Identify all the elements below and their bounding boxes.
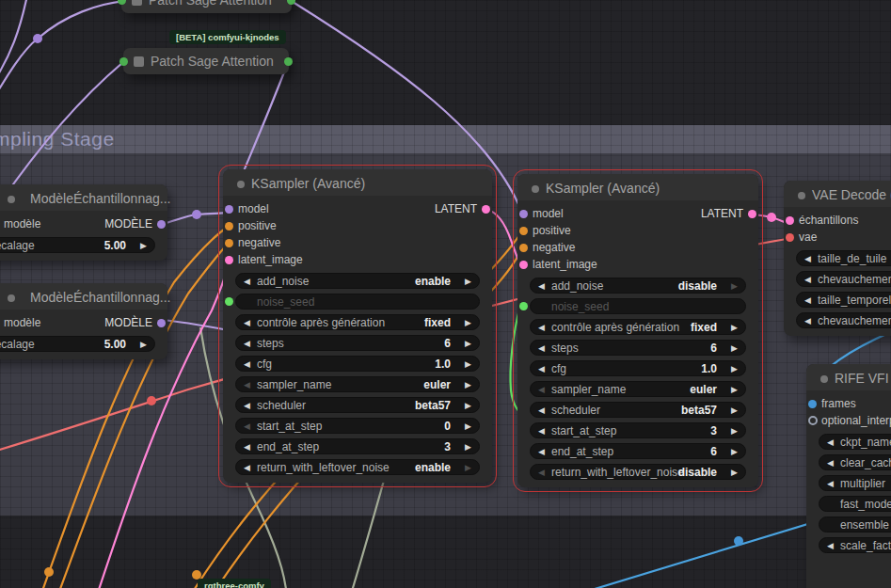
increment-arrow-icon[interactable]: ▶ <box>465 277 471 286</box>
node-titlebar[interactable]: VAE Decode (Tile <box>784 181 891 207</box>
decrement-arrow-icon[interactable]: ◀ <box>244 380 250 389</box>
increment-arrow-icon[interactable]: ▶ <box>140 241 147 250</box>
collapse-box-icon[interactable] <box>134 56 144 67</box>
reroute-dot[interactable] <box>192 210 201 219</box>
increment-arrow-icon[interactable]: ▶ <box>731 426 738 436</box>
widget-taille_de_tuile[interactable]: ◀taille_de_tuile▶ <box>796 250 891 266</box>
node-graph-canvas[interactable]: mpling Stage Patch Sage AttentionPatch S… <box>0 0 891 588</box>
node-collapse-dot-icon[interactable] <box>237 181 245 188</box>
increment-arrow-icon[interactable]: ▶ <box>465 421 471 431</box>
reroute-dot[interactable] <box>767 213 776 222</box>
node-collapse-dot-icon[interactable] <box>820 375 828 383</box>
increment-arrow-icon[interactable]: ▶ <box>465 339 471 348</box>
node-titlebar[interactable]: RIFE VFI (re <box>806 364 891 390</box>
decrement-arrow-icon[interactable]: ◀ <box>538 323 545 332</box>
widget-scale_factor[interactable]: ◀scale_factor▶ <box>819 537 891 553</box>
decrement-arrow-icon[interactable]: ◀ <box>244 339 250 348</box>
increment-arrow-icon[interactable]: ▶ <box>731 385 738 394</box>
widget-steps[interactable]: ◀steps6▶ <box>530 340 746 356</box>
decrement-arrow-icon[interactable]: ◀ <box>244 401 250 410</box>
decrement-arrow-icon[interactable]: ◀ <box>804 316 811 326</box>
decrement-arrow-icon[interactable]: ◀ <box>244 277 250 286</box>
decrement-arrow-icon[interactable]: ◀ <box>538 447 545 456</box>
node-titlebar[interactable]: ModèleÉchantillonnag... <box>0 283 167 310</box>
collapsed-output-port[interactable] <box>119 57 128 66</box>
rife-vfi[interactable]: RIFE VFI (reframesoptional_interp◀ckpt_n… <box>806 364 891 588</box>
model-sampling-1[interactable]: ModèleÉchantillonnag...modèleMODÈLE◀déca… <box>0 184 167 261</box>
noise_seed-input-port[interactable] <box>519 302 528 310</box>
decrement-arrow-icon[interactable]: ◀ <box>538 364 545 373</box>
reroute-dot[interactable] <box>147 396 156 405</box>
widget-ensemble[interactable]: ensemble <box>819 516 891 532</box>
widget-décalage[interactable]: ◀décalage5.00▶ <box>0 336 155 352</box>
widget-sampler_name[interactable]: ◀sampler_nameeuler▶ <box>530 381 746 397</box>
decrement-arrow-icon[interactable]: ◀ <box>244 442 250 452</box>
widget-chevauchement[interactable]: ◀chevauchement▶ <box>796 271 891 287</box>
widget-noise_seed[interactable]: noise_seed <box>235 294 480 310</box>
vae-decode-tiled[interactable]: VAE Decode (Tileéchantillonsvae◀taille_d… <box>784 181 891 336</box>
noise_seed-input-port[interactable] <box>225 297 233 306</box>
LATENT-output-port[interactable] <box>482 205 490 214</box>
widget-taille_temporelle[interactable]: ◀taille_temporelle▶ <box>796 292 891 308</box>
frames-input-port[interactable] <box>808 400 817 408</box>
vae-input-port[interactable] <box>786 233 794 242</box>
node-titlebar[interactable]: KSampler (Avancé) <box>223 169 492 196</box>
decrement-arrow-icon[interactable]: ◀ <box>827 437 834 447</box>
positive-input-port[interactable] <box>519 227 528 235</box>
MODÈLE-output-port[interactable] <box>157 319 166 327</box>
node-collapse-dot-icon[interactable] <box>8 294 15 302</box>
increment-arrow-icon[interactable]: ▶ <box>465 463 471 472</box>
node-collapse-dot-icon[interactable] <box>798 192 805 199</box>
model-input-port[interactable] <box>519 210 528 218</box>
node-titlebar[interactable]: ModèleÉchantillonnag... <box>0 184 167 211</box>
latent_image-input-port[interactable] <box>225 256 233 264</box>
widget-contrôle après génération[interactable]: ◀contrôle après générationfixed▶ <box>235 314 480 330</box>
widget-cfg[interactable]: ◀cfg1.0▶ <box>235 356 480 372</box>
collapsed-output-port[interactable] <box>284 57 293 66</box>
decrement-arrow-icon[interactable]: ◀ <box>827 479 834 488</box>
reroute-dot[interactable] <box>33 34 42 43</box>
widget-scheduler[interactable]: ◀schedulerbeta57▶ <box>530 402 746 418</box>
increment-arrow-icon[interactable]: ▶ <box>465 359 471 369</box>
widget-cfg[interactable]: ◀cfg1.0▶ <box>530 360 746 376</box>
patch-sage-attention-1[interactable]: Patch Sage Attention <box>121 0 292 13</box>
widget-steps[interactable]: ◀steps6▶ <box>235 335 480 351</box>
widget-start_at_step[interactable]: ◀start_at_step0▶ <box>235 418 480 434</box>
increment-arrow-icon[interactable]: ▶ <box>465 380 471 389</box>
decrement-arrow-icon[interactable]: ◀ <box>827 541 834 550</box>
increment-arrow-icon[interactable]: ▶ <box>465 442 471 452</box>
ksampler-advanced-1[interactable]: KSampler (Avancé)modelLATENTpositivenega… <box>223 169 492 483</box>
model-sampling-2[interactable]: ModèleÉchantillonnag...modèleMODÈLE◀déca… <box>0 283 167 359</box>
model-input-port[interactable] <box>225 205 233 214</box>
increment-arrow-icon[interactable]: ▶ <box>731 447 738 456</box>
decrement-arrow-icon[interactable]: ◀ <box>244 359 250 369</box>
widget-multiplier[interactable]: ◀multiplier▶ <box>819 475 891 491</box>
collapse-box-icon[interactable] <box>132 0 142 6</box>
increment-arrow-icon[interactable]: ▶ <box>731 364 738 373</box>
échantillons-input-port[interactable] <box>786 216 794 225</box>
widget-end_at_step[interactable]: ◀end_at_step3▶ <box>235 438 480 454</box>
decrement-arrow-icon[interactable]: ◀ <box>538 405 545 415</box>
widget-scheduler[interactable]: ◀schedulerbeta57▶ <box>235 397 480 413</box>
increment-arrow-icon[interactable]: ▶ <box>140 340 147 349</box>
increment-arrow-icon[interactable]: ▶ <box>731 343 738 353</box>
widget-fast_mode[interactable]: fast_mode <box>819 496 891 512</box>
widget-décalage[interactable]: ◀décalage5.00▶ <box>0 237 155 253</box>
increment-arrow-icon[interactable]: ▶ <box>731 405 738 415</box>
node-titlebar[interactable]: KSampler (Avancé) <box>517 174 758 200</box>
increment-arrow-icon[interactable]: ▶ <box>465 318 471 327</box>
widget-add_noise[interactable]: ◀add_noiseenable▶ <box>235 273 480 289</box>
widget-add_noise[interactable]: ◀add_noisedisable▶ <box>530 278 746 294</box>
widget-chevauchement_t[interactable]: ◀chevauchement_t▶ <box>796 312 891 328</box>
decrement-arrow-icon[interactable]: ◀ <box>804 275 811 284</box>
node-collapse-dot-icon[interactable] <box>532 185 539 193</box>
increment-arrow-icon[interactable]: ▶ <box>731 281 738 291</box>
widget-return_with_leftover_noise[interactable]: ◀return_with_leftover_noisedisable▶ <box>530 464 746 480</box>
widget-end_at_step[interactable]: ◀end_at_step6▶ <box>530 443 746 459</box>
collapsed-output-port[interactable] <box>118 0 126 5</box>
positive-input-port[interactable] <box>225 222 233 230</box>
decrement-arrow-icon[interactable]: ◀ <box>804 254 811 263</box>
widget-start_at_step[interactable]: ◀start_at_step3▶ <box>530 422 746 438</box>
negative-input-port[interactable] <box>225 239 233 247</box>
widget-clear_cache_af[interactable]: ◀clear_cache_af▶ <box>819 454 891 470</box>
